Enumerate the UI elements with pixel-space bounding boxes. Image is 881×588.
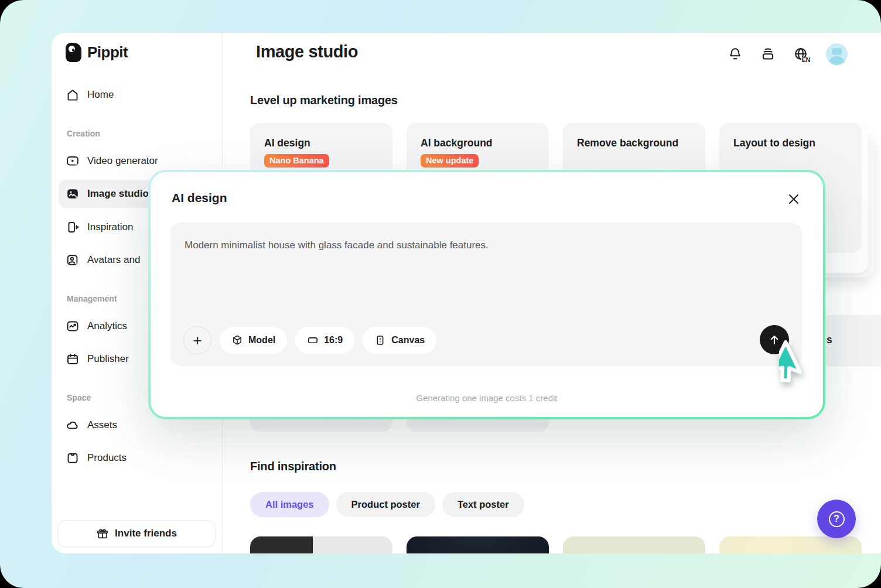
sidebar-item-label: Avatars and bbox=[87, 254, 140, 266]
modal-title: AI design bbox=[172, 191, 227, 205]
hidden-card-text-fragment: s bbox=[827, 334, 832, 346]
card-title: AI design bbox=[264, 137, 310, 149]
prompt-controls: + Model 16:9 bbox=[183, 326, 436, 354]
add-attachment-button[interactable]: + bbox=[183, 326, 211, 354]
canvas-button[interactable]: Canvas bbox=[363, 327, 436, 354]
user-avatar[interactable] bbox=[826, 43, 848, 65]
model-label: Model bbox=[248, 335, 275, 346]
filter-product-poster[interactable]: Product poster bbox=[336, 492, 435, 517]
sidebar-item-label: Video generator bbox=[87, 155, 158, 167]
question-icon: ? bbox=[829, 511, 845, 527]
inspiration-thumb[interactable] bbox=[563, 536, 705, 553]
inspiration-title: Find inspiration bbox=[250, 460, 336, 473]
analytics-icon bbox=[66, 319, 80, 333]
filter-text-poster[interactable]: Text poster bbox=[442, 492, 524, 517]
home-icon bbox=[66, 88, 80, 102]
ai-design-modal: AI design Modern minimalist house with g… bbox=[148, 170, 825, 419]
canvas-label: Canvas bbox=[391, 335, 425, 346]
video-generator-icon bbox=[66, 154, 80, 168]
assets-icon bbox=[66, 418, 80, 432]
cursor-pointer bbox=[779, 340, 819, 385]
inspiration-thumb[interactable] bbox=[407, 536, 549, 553]
header-actions: EN bbox=[728, 41, 848, 67]
products-icon bbox=[66, 451, 80, 465]
card-badge: Nano Banana bbox=[264, 154, 329, 167]
credit-note: Generating one image costs 1 credit bbox=[151, 393, 823, 403]
gift-icon bbox=[96, 527, 109, 540]
aspect-ratio-button[interactable]: 16:9 bbox=[295, 327, 354, 354]
sidebar-item-home[interactable]: Home bbox=[59, 82, 216, 108]
model-button[interactable]: Model bbox=[220, 327, 287, 354]
app-name: Pippit bbox=[87, 43, 128, 61]
language-label: EN bbox=[801, 57, 811, 63]
sidebar-item-label: Assets bbox=[87, 419, 117, 431]
card-title: Layout to design bbox=[733, 137, 815, 149]
sidebar-section-management: Management bbox=[67, 294, 117, 303]
sidebar-section-space: Space bbox=[67, 393, 91, 402]
pippit-logo-icon bbox=[66, 43, 81, 62]
invite-friends-label: Invite friends bbox=[115, 528, 177, 539]
card-title: AI background bbox=[421, 137, 493, 149]
sidebar-item-label: Inspiration bbox=[87, 221, 133, 233]
filter-all-images[interactable]: All images bbox=[250, 492, 329, 517]
stack-icon[interactable] bbox=[760, 46, 776, 61]
help-button[interactable]: ? bbox=[817, 500, 856, 538]
screenshot-root: Pippit Home Creation Video generator bbox=[0, 0, 881, 588]
sidebar-item-label: Products bbox=[87, 452, 127, 464]
sidebar-item-label: Publisher bbox=[87, 353, 129, 365]
app-logo[interactable]: Pippit bbox=[66, 43, 128, 62]
invite-friends-button[interactable]: Invite friends bbox=[57, 520, 216, 547]
inspiration-icon bbox=[66, 220, 80, 234]
notifications-bell-icon[interactable] bbox=[728, 46, 743, 61]
prompt-text: Modern minimalist house with glass facad… bbox=[185, 238, 776, 253]
avatars-icon bbox=[66, 253, 80, 267]
canvas-icon bbox=[374, 334, 386, 346]
sidebar-item-label: Home bbox=[87, 89, 114, 101]
cube-icon bbox=[231, 334, 243, 346]
inspiration-thumb[interactable] bbox=[719, 536, 862, 553]
image-studio-icon bbox=[66, 187, 80, 201]
page-title: Image studio bbox=[256, 42, 358, 61]
globe-language-icon[interactable]: EN bbox=[793, 46, 808, 61]
sidebar-item-label: Analytics bbox=[87, 320, 127, 332]
sidebar-item-products[interactable]: Products bbox=[59, 445, 216, 471]
inspiration-filters: All images Product poster Text poster bbox=[250, 492, 524, 517]
inspiration-thumb[interactable] bbox=[250, 536, 392, 553]
publisher-icon bbox=[66, 352, 80, 366]
sidebar-section-creation: Creation bbox=[67, 129, 100, 138]
close-icon[interactable] bbox=[787, 192, 801, 206]
partially-hidden-card[interactable]: s bbox=[821, 315, 881, 367]
prompt-textarea[interactable]: Modern minimalist house with glass facad… bbox=[170, 223, 802, 366]
card-title: Remove background bbox=[577, 137, 678, 149]
section-title: Level up marketing images bbox=[250, 94, 398, 107]
card-badge: New update bbox=[421, 154, 479, 167]
ratio-icon bbox=[307, 334, 319, 346]
sidebar-item-label: Image studio bbox=[87, 188, 149, 200]
ratio-label: 16:9 bbox=[324, 335, 343, 346]
